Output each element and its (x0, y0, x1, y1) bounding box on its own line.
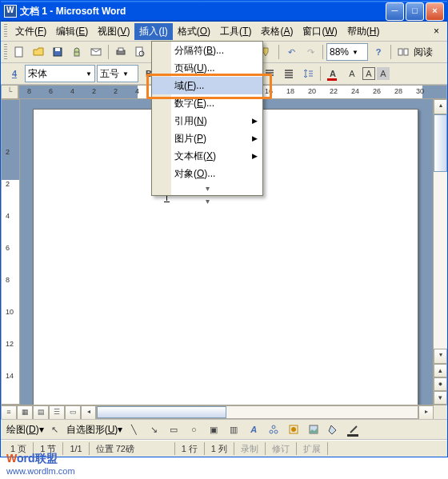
clipart-icon[interactable] (285, 421, 302, 438)
menu-insert[interactable]: 插入(I) (134, 23, 172, 40)
status-column: 1 列 (205, 442, 234, 455)
insert-menu-dropdown: 分隔符(B)... 页码(U)... 域(F)... 数字(E)... 引用(N… (151, 41, 263, 196)
svg-point-21 (291, 427, 296, 432)
open-icon[interactable] (30, 43, 47, 61)
menu-item-textbox[interactable]: 文本框(X)▶ (152, 147, 262, 165)
fill-color-icon[interactable] (325, 421, 342, 438)
scroll-track[interactable] (434, 114, 447, 349)
preview-icon[interactable] (131, 43, 149, 61)
app-icon (4, 5, 17, 18)
status-position: 位置 72磅 (90, 442, 175, 455)
svg-point-17 (272, 425, 275, 429)
line-spacing-icon[interactable] (299, 65, 317, 82)
menu-item-field[interactable]: 域(F)... (152, 77, 262, 94)
status-ext[interactable]: 扩展 (297, 442, 328, 455)
menu-table[interactable]: 表格(A) (256, 23, 298, 40)
status-rev[interactable]: 修订 (266, 442, 297, 455)
app-window: 文档 1 - Microsoft Word ─ □ × 文件(F) 编辑(E) … (0, 0, 448, 457)
menu-help[interactable]: 帮助(H) (342, 23, 385, 40)
arrow-icon[interactable]: ↘ (145, 421, 162, 438)
status-line: 1 行 (175, 442, 205, 455)
char-scaling-icon[interactable]: A (343, 65, 361, 82)
vtextbox-icon[interactable]: ▥ (225, 421, 242, 438)
print-icon[interactable] (112, 43, 130, 61)
justify-icon[interactable] (261, 65, 278, 82)
line-color-icon[interactable] (345, 421, 362, 438)
next-page-button[interactable]: ▾ (434, 391, 447, 405)
scroll-down-button[interactable]: ▾ (434, 349, 447, 364)
browse-object-button[interactable]: ● (434, 377, 447, 391)
hscroll-track[interactable] (96, 405, 418, 419)
prev-page-button[interactable]: ▴ (434, 364, 447, 377)
hscroll-thumb[interactable] (97, 406, 226, 418)
menu-file[interactable]: 文件(F) (10, 23, 51, 40)
font-combo[interactable]: 宋体▼ (25, 65, 95, 82)
titlebar: 文档 1 - Microsoft Word ─ □ × (1, 1, 447, 22)
menu-format[interactable]: 格式(O) (173, 23, 215, 40)
menu-overflow[interactable]: × (429, 24, 444, 38)
permission-icon[interactable] (68, 43, 86, 61)
ruler-corner[interactable]: └ (1, 85, 18, 99)
menu-item-number[interactable]: 数字(E)... (152, 94, 262, 112)
close-button[interactable]: × (426, 2, 444, 21)
watermark: Word联盟 www.wordlm.com (6, 452, 75, 457)
autoshapes-menu[interactable]: 自选图形(U)▾ (66, 423, 123, 437)
menu-tools[interactable]: 工具(T) (215, 23, 256, 40)
read-label[interactable]: 阅读 (414, 46, 433, 59)
zoom-combo[interactable]: 88%▼ (326, 43, 368, 61)
save-icon[interactable] (49, 43, 66, 61)
maximize-button[interactable]: □ (406, 2, 424, 21)
svg-rect-2 (55, 48, 60, 51)
svg-rect-0 (15, 47, 22, 57)
undo-icon[interactable]: ↶ (282, 43, 300, 61)
menu-item-break[interactable]: 分隔符(B)... (152, 42, 262, 59)
svg-rect-16 (404, 49, 408, 55)
svg-rect-7 (118, 48, 123, 51)
svg-point-18 (270, 430, 273, 433)
toolbar-grip[interactable] (4, 24, 7, 38)
window-title: 文档 1 - Microsoft Word (20, 5, 386, 18)
menu-view[interactable]: 视图(V) (93, 23, 134, 40)
textbox-icon[interactable]: ▣ (205, 421, 222, 438)
diagram-icon[interactable] (265, 421, 282, 438)
scroll-up-button[interactable]: ▴ (434, 99, 447, 114)
svg-rect-4 (74, 52, 79, 56)
font-color-icon[interactable]: A (324, 65, 342, 82)
draw-menu[interactable]: 绘图(D)▾ (6, 423, 44, 437)
menu-item-pagenumber[interactable]: 页码(U)... (152, 59, 262, 77)
new-icon[interactable] (10, 43, 28, 61)
redo-icon[interactable]: ↷ (302, 43, 319, 61)
menu-edit[interactable]: 编辑(E) (51, 23, 93, 40)
line-icon[interactable]: ╲ (125, 421, 142, 438)
distributed-icon[interactable] (280, 65, 298, 82)
svg-rect-15 (398, 49, 402, 55)
vertical-ruler[interactable]: 2246810121416 (1, 99, 20, 405)
status-rec[interactable]: 录制 (234, 442, 266, 455)
styles-icon[interactable]: 4 (6, 65, 23, 82)
drawing-toolbar: 绘图(D)▾ ↖ 自选图形(U)▾ ╲ ↘ ▭ ○ ▣ ▥ A (1, 419, 447, 440)
vertical-scrollbar[interactable]: ▴ ▾ ▴ ● ▾ (433, 99, 447, 405)
toolbar-grip[interactable] (4, 44, 7, 60)
minimize-button[interactable]: ─ (386, 2, 404, 21)
char-border-icon[interactable]: A (362, 67, 375, 80)
scroll-thumb[interactable] (434, 114, 447, 172)
picture-icon[interactable] (305, 421, 322, 438)
help-icon[interactable]: ? (370, 43, 387, 61)
size-combo[interactable]: 五号▼ (97, 65, 138, 82)
svg-point-19 (274, 430, 278, 433)
wordart-icon[interactable]: A (245, 421, 262, 438)
menu-item-reference[interactable]: 引用(N)▶ (152, 112, 262, 130)
menu-expand[interactable]: ▾▾ (152, 182, 262, 195)
select-objects-icon[interactable]: ↖ (46, 421, 64, 438)
char-shading-icon[interactable]: A (377, 67, 390, 80)
horizontal-scroll-row: ≡ ▦ ▤ ☰ ▭ ◂ ▸ (1, 405, 447, 419)
read-mode-icon[interactable] (394, 43, 412, 61)
menubar: 文件(F) 编辑(E) 视图(V) 插入(I) 格式(O) 工具(T) 表格(A… (1, 22, 447, 42)
oval-icon[interactable]: ○ (185, 421, 202, 438)
menu-item-picture[interactable]: 图片(P)▶ (152, 130, 262, 147)
menu-window[interactable]: 窗口(W) (298, 23, 342, 40)
menu-item-object[interactable]: 对象(O)... (152, 165, 262, 182)
email-icon[interactable] (87, 43, 105, 61)
rectangle-icon[interactable]: ▭ (165, 421, 182, 438)
